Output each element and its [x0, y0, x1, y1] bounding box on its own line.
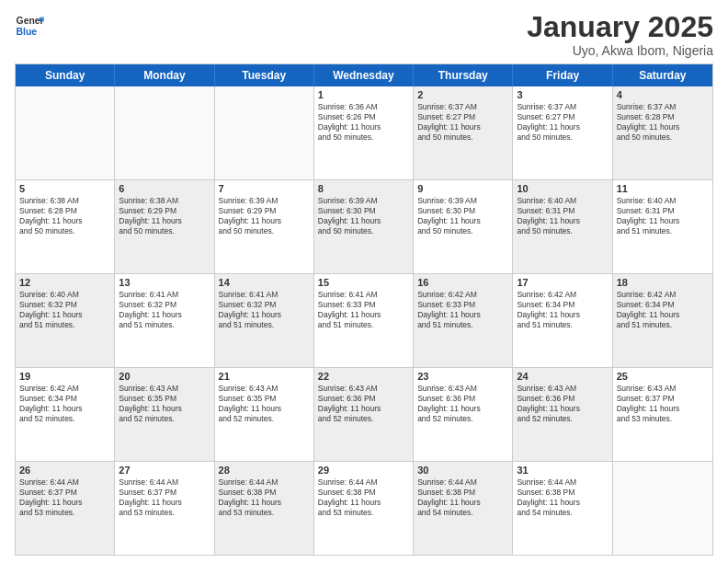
week-row-1: 1Sunrise: 6:36 AM Sunset: 6:26 PM Daylig…: [16, 86, 712, 180]
day-info: Sunrise: 6:37 AM Sunset: 6:27 PM Dayligh…: [517, 102, 608, 143]
cal-cell: 11Sunrise: 6:40 AM Sunset: 6:31 PM Dayli…: [613, 180, 712, 273]
day-number: 19: [19, 371, 110, 382]
day-number: 14: [219, 277, 310, 288]
day-info: Sunrise: 6:38 AM Sunset: 6:28 PM Dayligh…: [19, 196, 110, 236]
day-number: 13: [119, 277, 210, 288]
day-info: Sunrise: 6:43 AM Sunset: 6:36 PM Dayligh…: [318, 384, 409, 424]
header-day-sunday: Sunday: [16, 64, 115, 86]
cal-cell: [16, 86, 115, 179]
header-day-wednesday: Wednesday: [314, 64, 414, 86]
day-info: Sunrise: 6:40 AM Sunset: 6:31 PM Dayligh…: [517, 196, 608, 236]
day-number: 22: [318, 371, 409, 382]
cal-cell: 2Sunrise: 6:37 AM Sunset: 6:27 PM Daylig…: [414, 86, 513, 179]
cal-cell: 27Sunrise: 6:44 AM Sunset: 6:37 PM Dayli…: [115, 462, 214, 555]
cal-cell: 3Sunrise: 6:37 AM Sunset: 6:27 PM Daylig…: [513, 86, 612, 179]
cal-cell: 28Sunrise: 6:44 AM Sunset: 6:38 PM Dayli…: [215, 462, 314, 555]
day-number: 26: [19, 465, 110, 476]
day-info: Sunrise: 6:41 AM Sunset: 6:32 PM Dayligh…: [119, 290, 210, 330]
cal-cell: 31Sunrise: 6:44 AM Sunset: 6:38 PM Dayli…: [513, 462, 612, 555]
cal-cell: 19Sunrise: 6:42 AM Sunset: 6:34 PM Dayli…: [16, 368, 115, 461]
day-info: Sunrise: 6:37 AM Sunset: 6:28 PM Dayligh…: [617, 102, 709, 143]
month-title: January 2025: [527, 11, 713, 43]
page: General Blue January 2025 Uyo, Akwa Ibom…: [0, 0, 728, 563]
cal-cell: 25Sunrise: 6:43 AM Sunset: 6:37 PM Dayli…: [613, 368, 712, 461]
logo-icon: General Blue: [15, 11, 44, 40]
day-number: 1: [318, 89, 409, 100]
cal-cell: 20Sunrise: 6:43 AM Sunset: 6:35 PM Dayli…: [115, 368, 214, 461]
header-day-saturday: Saturday: [613, 64, 712, 86]
day-info: Sunrise: 6:37 AM Sunset: 6:27 PM Dayligh…: [417, 102, 508, 143]
calendar-body: 1Sunrise: 6:36 AM Sunset: 6:26 PM Daylig…: [16, 86, 712, 555]
week-row-3: 12Sunrise: 6:40 AM Sunset: 6:32 PM Dayli…: [16, 274, 712, 368]
cal-cell: 5Sunrise: 6:38 AM Sunset: 6:28 PM Daylig…: [16, 180, 115, 273]
day-number: 25: [617, 371, 709, 382]
day-number: 21: [219, 371, 310, 382]
cal-cell: 15Sunrise: 6:41 AM Sunset: 6:33 PM Dayli…: [314, 274, 414, 367]
day-info: Sunrise: 6:44 AM Sunset: 6:38 PM Dayligh…: [318, 477, 409, 518]
cal-cell: 18Sunrise: 6:42 AM Sunset: 6:34 PM Dayli…: [613, 274, 712, 367]
day-info: Sunrise: 6:39 AM Sunset: 6:29 PM Dayligh…: [219, 196, 310, 236]
day-number: 31: [517, 465, 608, 476]
cal-cell: 6Sunrise: 6:38 AM Sunset: 6:29 PM Daylig…: [115, 180, 214, 273]
header-day-monday: Monday: [115, 64, 214, 86]
week-row-2: 5Sunrise: 6:38 AM Sunset: 6:28 PM Daylig…: [16, 180, 712, 274]
cal-cell: 26Sunrise: 6:44 AM Sunset: 6:37 PM Dayli…: [16, 462, 115, 555]
cal-cell: [613, 462, 712, 555]
cal-cell: 14Sunrise: 6:41 AM Sunset: 6:32 PM Dayli…: [215, 274, 314, 367]
calendar: SundayMondayTuesdayWednesdayThursdayFrid…: [15, 63, 713, 556]
cal-cell: 4Sunrise: 6:37 AM Sunset: 6:28 PM Daylig…: [613, 86, 712, 179]
day-info: Sunrise: 6:40 AM Sunset: 6:31 PM Dayligh…: [617, 196, 709, 236]
cal-cell: 12Sunrise: 6:40 AM Sunset: 6:32 PM Dayli…: [16, 274, 115, 367]
cal-cell: 30Sunrise: 6:44 AM Sunset: 6:38 PM Dayli…: [414, 462, 513, 555]
calendar-header: SundayMondayTuesdayWednesdayThursdayFrid…: [16, 64, 712, 86]
cal-cell: 22Sunrise: 6:43 AM Sunset: 6:36 PM Dayli…: [314, 368, 414, 461]
day-info: Sunrise: 6:42 AM Sunset: 6:33 PM Dayligh…: [417, 290, 508, 330]
day-info: Sunrise: 6:43 AM Sunset: 6:36 PM Dayligh…: [417, 384, 508, 424]
day-number: 30: [417, 465, 508, 476]
cal-cell: 8Sunrise: 6:39 AM Sunset: 6:30 PM Daylig…: [314, 180, 414, 273]
day-number: 6: [119, 183, 210, 194]
day-number: 16: [417, 277, 508, 288]
day-number: 10: [517, 183, 608, 194]
day-number: 15: [318, 277, 409, 288]
cal-cell: 24Sunrise: 6:43 AM Sunset: 6:36 PM Dayli…: [513, 368, 612, 461]
header-day-friday: Friday: [513, 64, 612, 86]
cal-cell: 23Sunrise: 6:43 AM Sunset: 6:36 PM Dayli…: [414, 368, 513, 461]
logo: General Blue: [15, 11, 44, 40]
header-day-thursday: Thursday: [414, 64, 513, 86]
cal-cell: 29Sunrise: 6:44 AM Sunset: 6:38 PM Dayli…: [314, 462, 414, 555]
cal-cell: [215, 86, 314, 179]
week-row-4: 19Sunrise: 6:42 AM Sunset: 6:34 PM Dayli…: [16, 368, 712, 462]
day-number: 18: [617, 277, 709, 288]
day-number: 9: [417, 183, 508, 194]
day-number: 23: [417, 371, 508, 382]
day-info: Sunrise: 6:43 AM Sunset: 6:35 PM Dayligh…: [219, 384, 310, 424]
cal-cell: 9Sunrise: 6:39 AM Sunset: 6:30 PM Daylig…: [414, 180, 513, 273]
title-block: January 2025 Uyo, Akwa Ibom, Nigeria: [527, 11, 713, 58]
day-info: Sunrise: 6:43 AM Sunset: 6:37 PM Dayligh…: [617, 384, 709, 424]
day-info: Sunrise: 6:41 AM Sunset: 6:32 PM Dayligh…: [219, 290, 310, 330]
day-info: Sunrise: 6:36 AM Sunset: 6:26 PM Dayligh…: [318, 102, 409, 143]
day-number: 3: [517, 89, 608, 100]
cal-cell: [115, 86, 214, 179]
day-info: Sunrise: 6:42 AM Sunset: 6:34 PM Dayligh…: [19, 384, 110, 424]
day-number: 29: [318, 465, 409, 476]
day-number: 24: [517, 371, 608, 382]
day-info: Sunrise: 6:40 AM Sunset: 6:32 PM Dayligh…: [19, 290, 110, 330]
day-number: 27: [119, 465, 210, 476]
cal-cell: 21Sunrise: 6:43 AM Sunset: 6:35 PM Dayli…: [215, 368, 314, 461]
day-info: Sunrise: 6:42 AM Sunset: 6:34 PM Dayligh…: [617, 290, 709, 330]
day-info: Sunrise: 6:39 AM Sunset: 6:30 PM Dayligh…: [318, 196, 409, 236]
day-info: Sunrise: 6:44 AM Sunset: 6:38 PM Dayligh…: [417, 477, 508, 518]
subtitle: Uyo, Akwa Ibom, Nigeria: [527, 43, 713, 58]
day-number: 12: [19, 277, 110, 288]
cal-cell: 13Sunrise: 6:41 AM Sunset: 6:32 PM Dayli…: [115, 274, 214, 367]
day-number: 2: [417, 89, 508, 100]
day-number: 11: [617, 183, 709, 194]
day-info: Sunrise: 6:42 AM Sunset: 6:34 PM Dayligh…: [517, 290, 608, 330]
day-number: 20: [119, 371, 210, 382]
cal-cell: 17Sunrise: 6:42 AM Sunset: 6:34 PM Dayli…: [513, 274, 612, 367]
header-day-tuesday: Tuesday: [215, 64, 314, 86]
day-info: Sunrise: 6:43 AM Sunset: 6:36 PM Dayligh…: [517, 384, 608, 424]
day-number: 28: [219, 465, 310, 476]
